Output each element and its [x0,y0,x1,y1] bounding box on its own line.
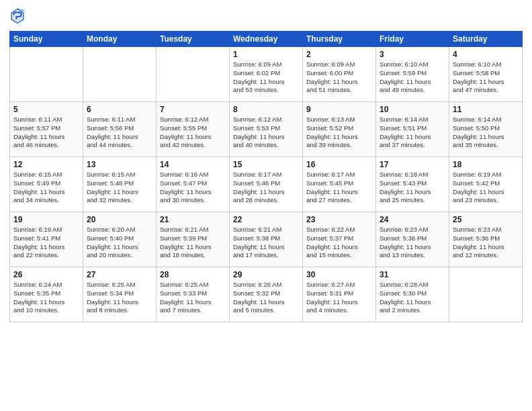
calendar-cell: 6Sunrise: 6:11 AM Sunset: 5:56 PM Daylig… [83,102,157,157]
calendar-cell: 16Sunrise: 6:17 AM Sunset: 5:45 PM Dayli… [303,157,376,212]
day-number: 15 [233,160,299,169]
calendar-weekday-sunday: Sunday [10,32,83,47]
day-number: 9 [306,105,372,114]
day-number: 2 [306,50,372,59]
day-number: 29 [233,270,299,279]
calendar-header-row: SundayMondayTuesdayWednesdayThursdayFrid… [10,32,523,47]
day-info: Sunrise: 6:19 AM Sunset: 5:41 PM Dayligh… [13,226,79,260]
calendar-weekday-thursday: Thursday [303,32,376,47]
day-info: Sunrise: 6:11 AM Sunset: 5:56 PM Dayligh… [87,116,152,150]
day-number: 5 [13,105,79,114]
day-number: 20 [87,215,152,224]
calendar-cell: 23Sunrise: 6:22 AM Sunset: 5:37 PM Dayli… [303,212,376,267]
calendar-weekday-friday: Friday [376,32,449,47]
day-info: Sunrise: 6:27 AM Sunset: 5:31 PM Dayligh… [306,281,372,315]
day-number: 22 [233,215,299,224]
day-info: Sunrise: 6:17 AM Sunset: 5:45 PM Dayligh… [306,171,372,205]
calendar-weekday-saturday: Saturday [449,32,523,47]
calendar-cell: 29Sunrise: 6:26 AM Sunset: 5:32 PM Dayli… [230,267,303,322]
calendar-week-row: 26Sunrise: 6:24 AM Sunset: 5:35 PM Dayli… [10,267,523,322]
day-info: Sunrise: 6:10 AM Sunset: 5:59 PM Dayligh… [380,60,445,95]
day-number: 3 [380,50,445,59]
calendar-cell: 25Sunrise: 6:23 AM Sunset: 5:36 PM Dayli… [449,212,523,267]
day-info: Sunrise: 6:23 AM Sunset: 5:36 PM Dayligh… [380,226,445,260]
calendar-cell: 7Sunrise: 6:12 AM Sunset: 5:55 PM Daylig… [157,102,230,157]
day-info: Sunrise: 6:14 AM Sunset: 5:50 PM Dayligh… [453,116,519,150]
day-info: Sunrise: 6:15 AM Sunset: 5:48 PM Dayligh… [87,171,152,205]
day-info: Sunrise: 6:13 AM Sunset: 5:52 PM Dayligh… [306,116,372,150]
calendar-cell [449,267,523,322]
calendar-weekday-tuesday: Tuesday [157,32,230,47]
day-number: 8 [233,105,299,114]
calendar-cell: 27Sunrise: 6:25 AM Sunset: 5:34 PM Dayli… [83,267,157,322]
day-info: Sunrise: 6:12 AM Sunset: 5:53 PM Dayligh… [233,116,299,150]
day-number: 30 [306,270,372,279]
day-info: Sunrise: 6:21 AM Sunset: 5:38 PM Dayligh… [233,226,299,260]
day-info: Sunrise: 6:11 AM Sunset: 5:57 PM Dayligh… [13,116,79,150]
calendar-cell: 19Sunrise: 6:19 AM Sunset: 5:41 PM Dayli… [10,212,83,267]
calendar-week-row: 12Sunrise: 6:15 AM Sunset: 5:49 PM Dayli… [10,157,523,212]
day-number: 27 [87,270,152,279]
day-number: 26 [13,270,79,279]
calendar-table: SundayMondayTuesdayWednesdayThursdayFrid… [9,31,523,322]
day-info: Sunrise: 6:19 AM Sunset: 5:42 PM Dayligh… [453,171,519,205]
page-container: SundayMondayTuesdayWednesdayThursdayFrid… [0,0,532,411]
page-header [9,7,523,26]
day-info: Sunrise: 6:20 AM Sunset: 5:40 PM Dayligh… [87,226,152,260]
day-number: 13 [87,160,152,169]
calendar-cell: 26Sunrise: 6:24 AM Sunset: 5:35 PM Dayli… [10,267,83,322]
day-number: 28 [160,270,226,279]
calendar-cell: 10Sunrise: 6:14 AM Sunset: 5:51 PM Dayli… [376,102,449,157]
calendar-cell: 21Sunrise: 6:21 AM Sunset: 5:39 PM Dayli… [157,212,230,267]
calendar-cell: 4Sunrise: 6:10 AM Sunset: 5:58 PM Daylig… [449,47,523,102]
day-info: Sunrise: 6:26 AM Sunset: 5:32 PM Dayligh… [233,281,299,315]
day-number: 14 [160,160,226,169]
day-info: Sunrise: 6:24 AM Sunset: 5:35 PM Dayligh… [13,281,79,315]
day-info: Sunrise: 6:12 AM Sunset: 5:55 PM Dayligh… [160,116,226,150]
calendar-cell: 30Sunrise: 6:27 AM Sunset: 5:31 PM Dayli… [303,267,376,322]
day-info: Sunrise: 6:28 AM Sunset: 5:30 PM Dayligh… [380,281,445,315]
calendar-cell: 24Sunrise: 6:23 AM Sunset: 5:36 PM Dayli… [376,212,449,267]
day-number: 6 [87,105,152,114]
calendar-week-row: 1Sunrise: 6:09 AM Sunset: 6:02 PM Daylig… [10,47,523,102]
logo [9,7,28,26]
day-info: Sunrise: 6:25 AM Sunset: 5:33 PM Dayligh… [160,281,226,315]
day-info: Sunrise: 6:21 AM Sunset: 5:39 PM Dayligh… [160,226,226,260]
calendar-cell: 9Sunrise: 6:13 AM Sunset: 5:52 PM Daylig… [303,102,376,157]
calendar-cell: 20Sunrise: 6:20 AM Sunset: 5:40 PM Dayli… [83,212,157,267]
calendar-cell: 18Sunrise: 6:19 AM Sunset: 5:42 PM Dayli… [449,157,523,212]
day-number: 11 [453,105,519,114]
calendar-cell: 8Sunrise: 6:12 AM Sunset: 5:53 PM Daylig… [230,102,303,157]
calendar-cell: 3Sunrise: 6:10 AM Sunset: 5:59 PM Daylig… [376,47,449,102]
day-info: Sunrise: 6:23 AM Sunset: 5:36 PM Dayligh… [453,226,519,260]
calendar-cell: 22Sunrise: 6:21 AM Sunset: 5:38 PM Dayli… [230,212,303,267]
calendar-cell: 31Sunrise: 6:28 AM Sunset: 5:30 PM Dayli… [376,267,449,322]
day-number: 24 [380,215,445,224]
day-number: 17 [380,160,445,169]
calendar-cell [83,47,157,102]
calendar-cell [157,47,230,102]
calendar-cell: 28Sunrise: 6:25 AM Sunset: 5:33 PM Dayli… [157,267,230,322]
day-number: 16 [306,160,372,169]
day-info: Sunrise: 6:22 AM Sunset: 5:37 PM Dayligh… [306,226,372,260]
day-number: 4 [453,50,519,59]
calendar-cell: 2Sunrise: 6:09 AM Sunset: 6:00 PM Daylig… [303,47,376,102]
calendar-weekday-wednesday: Wednesday [230,32,303,47]
day-number: 12 [13,160,79,169]
day-info: Sunrise: 6:15 AM Sunset: 5:49 PM Dayligh… [13,171,79,205]
day-number: 25 [453,215,519,224]
day-number: 19 [13,215,79,224]
day-info: Sunrise: 6:17 AM Sunset: 5:46 PM Dayligh… [233,171,299,205]
calendar-cell: 17Sunrise: 6:18 AM Sunset: 5:43 PM Dayli… [376,157,449,212]
logo-icon [9,7,26,26]
calendar-weekday-monday: Monday [83,32,157,47]
day-number: 1 [233,50,299,59]
calendar-cell: 11Sunrise: 6:14 AM Sunset: 5:50 PM Dayli… [449,102,523,157]
day-info: Sunrise: 6:25 AM Sunset: 5:34 PM Dayligh… [87,281,152,315]
day-number: 7 [160,105,226,114]
calendar-cell: 13Sunrise: 6:15 AM Sunset: 5:48 PM Dayli… [83,157,157,212]
calendar-cell: 1Sunrise: 6:09 AM Sunset: 6:02 PM Daylig… [230,47,303,102]
calendar-cell: 5Sunrise: 6:11 AM Sunset: 5:57 PM Daylig… [10,102,83,157]
day-info: Sunrise: 6:10 AM Sunset: 5:58 PM Dayligh… [453,60,519,95]
calendar-cell: 15Sunrise: 6:17 AM Sunset: 5:46 PM Dayli… [230,157,303,212]
